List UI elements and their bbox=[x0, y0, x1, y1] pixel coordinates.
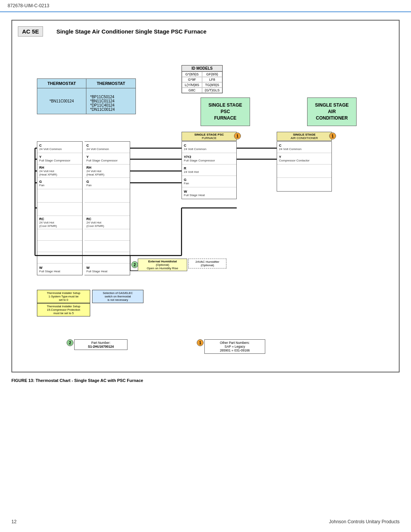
diagram-title-full: Single Stage Air Conditioner Single Stag… bbox=[56, 28, 207, 35]
page-footer: 12 Johnson Controls Unitary Products bbox=[0, 519, 411, 524]
thermostat-header-1: THERMOSTAT bbox=[37, 78, 86, 88]
diagram-box: AC 5E Single Stage Air Conditioner Singl… bbox=[11, 20, 400, 372]
part-number-1-box: Other Part Numbers: SAP = Legacy 265901 … bbox=[204, 339, 265, 354]
humidifier-24vac-box: 24VAC Humidifier (Optional) bbox=[188, 259, 226, 268]
id-model-cell: GF(8/9) bbox=[202, 72, 222, 77]
humidifier-optional-box: External Humidistat (Optional) Open on H… bbox=[138, 259, 187, 271]
page-header: 872678-UIM-C-0213 bbox=[0, 0, 411, 12]
part-number-2-box: Part Number: S1-2HU16700124 bbox=[74, 339, 127, 350]
id-model-cell: TG(8/9)S bbox=[202, 82, 222, 88]
badge-ac: 1 bbox=[329, 133, 336, 139]
doc-number: 872678-UIM-C-0213 bbox=[8, 3, 49, 8]
wiring-label-ac: SINGLE STAGE AIR CONDITIONER bbox=[277, 132, 332, 141]
company-name: Johnson Controls Unitary Products bbox=[329, 519, 400, 524]
id-model-cell: G8C bbox=[182, 88, 202, 93]
air-conditioner-box: SINGLE STAGE AIR CONDITIONER bbox=[307, 97, 357, 126]
note-gas-elec: Selection of GAS/ELEC switch on thermost… bbox=[92, 290, 143, 303]
wiring-label-psc: SINGLE STAGE PSC FURNACE bbox=[182, 132, 237, 141]
badge-part-1: 1 bbox=[197, 339, 204, 346]
wire-col-thermostat-1: C24 Volt Common YFull Stage Compressor R… bbox=[37, 141, 83, 275]
badge-psc: 1 bbox=[234, 133, 241, 139]
id-models-grid: G*(8/9)S GF(8/9) G*9F LF8 L(Y/M)8S TG(8/… bbox=[182, 72, 222, 93]
wire-col-furnace: C24 Volt Common Y/Y2Full Stage Compresso… bbox=[182, 141, 237, 199]
figure-caption: FIGURE 13: Thermostat Chart - Single Sta… bbox=[11, 378, 400, 383]
id-models-header: ID MODELS bbox=[182, 66, 222, 72]
thermostat-section: THERMOSTAT THERMOSTAT *BN11C00124 *BP11C… bbox=[37, 78, 136, 114]
id-model-cell: LF8 bbox=[202, 77, 222, 82]
id-models-box: ID MODELS G*(8/9)S GF(8/9) G*9F LF8 L(Y/… bbox=[182, 65, 223, 93]
id-model-cell: G*(8/9)S bbox=[182, 72, 202, 77]
id-model-cell: (G/T)GLS bbox=[202, 88, 222, 93]
badge-part-2: 2 bbox=[67, 339, 73, 346]
thermostat-header-2: THERMOSTAT bbox=[86, 78, 136, 88]
diagram-title-ac: AC 5E bbox=[18, 26, 43, 37]
thermostat-models-right: *BP11C50124 *BN11C01124 *DP11C40124 *DN1… bbox=[86, 88, 136, 114]
note-thermostat-setup-2: Thermostat Installer Setup 15-Compressor… bbox=[37, 303, 90, 316]
wire-col-ac: C24 Volt Common YCompressor Contactor bbox=[277, 141, 332, 192]
id-model-cell: L(Y/M)8S bbox=[182, 82, 202, 88]
wire-col-thermostat-2: C24 Volt Common YFull Stage Compressor R… bbox=[84, 141, 130, 275]
thermostat-model-left: *BN11C00124 bbox=[37, 88, 86, 114]
page-number: 12 bbox=[11, 519, 16, 524]
badge-humidistat: 2 bbox=[131, 261, 138, 268]
id-model-cell: G*9F bbox=[182, 77, 202, 82]
psc-furnace-box: SINGLE STAGE PSC FURNACE bbox=[201, 97, 250, 126]
note-thermostat-setup-1: Thermostat Installer Setup 1-System Type… bbox=[37, 290, 90, 303]
